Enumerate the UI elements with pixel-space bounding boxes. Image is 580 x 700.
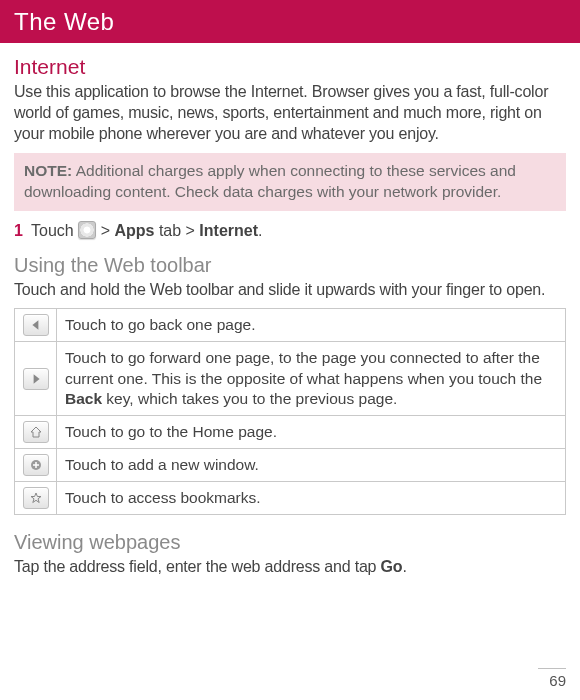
icon-cell [15, 449, 57, 482]
plus-circle-icon [23, 454, 49, 476]
svg-marker-2 [31, 427, 41, 437]
table-row: Touch to add a new window. [15, 449, 566, 482]
note-box: NOTE: Additional charges apply when conn… [14, 153, 566, 211]
page-number: 69 [538, 668, 566, 691]
page-content: Internet Use this application to browse … [0, 43, 580, 578]
viewing-pre: Tap the address field, enter the web add… [14, 558, 381, 575]
desc-pre: Touch to go to the Home page. [65, 423, 277, 440]
step-text-3: . [258, 222, 262, 239]
desc-pre: Touch to add a new window. [65, 456, 259, 473]
desc-cell: Touch to go forward one page, to the pag… [57, 342, 566, 415]
triangle-left-icon [23, 314, 49, 336]
svg-marker-1 [33, 374, 39, 384]
viewing-text: Tap the address field, enter the web add… [14, 557, 566, 578]
internet-heading: Internet [14, 53, 566, 80]
note-label: NOTE: [24, 162, 72, 179]
viewing-heading: Viewing webpages [14, 529, 566, 555]
page-header: The Web [0, 0, 580, 43]
toolbar-table: Touch to go back one page. Touch to go f… [14, 308, 566, 515]
page-header-title: The Web [14, 8, 114, 35]
toolbar-heading: Using the Web toolbar [14, 252, 566, 278]
desc-cell: Touch to add a new window. [57, 449, 566, 482]
step-number: 1 [14, 222, 23, 239]
table-row: Touch to go to the Home page. [15, 415, 566, 448]
triangle-right-icon [23, 368, 49, 390]
icon-cell [15, 342, 57, 415]
step-internet: Internet [199, 222, 258, 239]
icon-cell [15, 482, 57, 515]
internet-intro: Use this application to browse the Inter… [14, 82, 566, 144]
desc-cell: Touch to go back one page. [57, 309, 566, 342]
star-icon [23, 487, 49, 509]
svg-marker-0 [32, 321, 38, 331]
desc-bold: Back [65, 390, 102, 407]
table-row: Touch to go forward one page, to the pag… [15, 342, 566, 415]
table-row: Touch to go back one page. [15, 309, 566, 342]
viewing-post: . [402, 558, 406, 575]
note-text: Additional charges apply when connecting… [24, 162, 516, 200]
table-row: Touch to access bookmarks. [15, 482, 566, 515]
step-text-2: tab > [154, 222, 199, 239]
home-button-icon [78, 221, 96, 239]
step-1: 1 Touch > Apps tab > Internet. [14, 221, 566, 242]
desc-pre: Touch to go forward one page, to the pag… [65, 349, 542, 386]
toolbar-intro: Touch and hold the Web toolbar and slide… [14, 280, 566, 301]
desc-pre: Touch to access bookmarks. [65, 489, 261, 506]
desc-post: key, which takes you to the previous pag… [102, 390, 397, 407]
icon-cell [15, 415, 57, 448]
svg-marker-6 [31, 493, 41, 503]
viewing-go: Go [381, 558, 403, 575]
desc-pre: Touch to go back one page. [65, 316, 255, 333]
step-text-1: > [96, 222, 114, 239]
icon-cell [15, 309, 57, 342]
desc-cell: Touch to access bookmarks. [57, 482, 566, 515]
desc-cell: Touch to go to the Home page. [57, 415, 566, 448]
step-apps: Apps [114, 222, 154, 239]
step-text-0: Touch [27, 222, 78, 239]
home-icon [23, 421, 49, 443]
